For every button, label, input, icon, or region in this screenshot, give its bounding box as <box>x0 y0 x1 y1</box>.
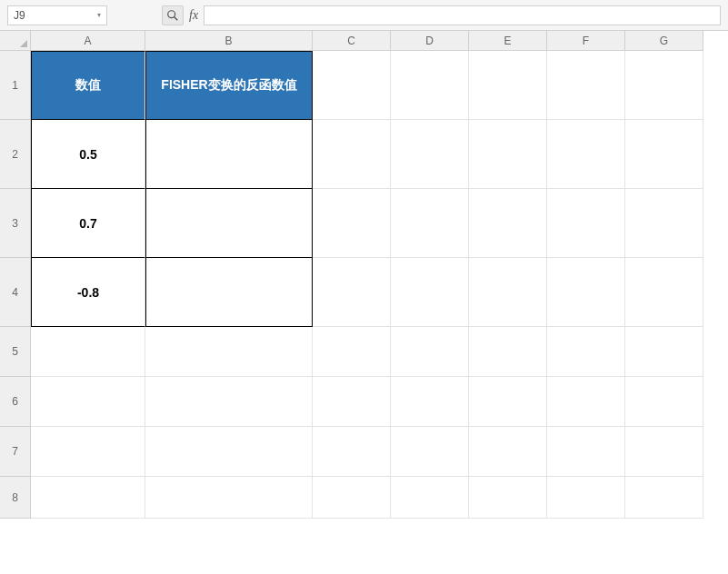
cell-C4[interactable] <box>313 258 391 327</box>
cell-E1[interactable] <box>469 51 547 120</box>
col-header-C[interactable]: C <box>313 31 391 51</box>
cell-G1[interactable] <box>625 51 703 120</box>
name-box-value: J9 <box>14 9 25 22</box>
cell-A7[interactable] <box>31 427 145 477</box>
cell-D1[interactable] <box>391 51 469 120</box>
cell-B3[interactable] <box>145 189 313 258</box>
col-header-B[interactable]: B <box>145 31 313 51</box>
cell-E3[interactable] <box>469 189 547 258</box>
row-header-4[interactable]: 4 <box>0 258 31 327</box>
chevron-down-icon[interactable]: ▾ <box>97 11 101 19</box>
cell-E8[interactable] <box>469 477 547 519</box>
cell-C2[interactable] <box>313 120 391 189</box>
name-box[interactable]: J9 ▾ <box>7 5 107 25</box>
cell-C1[interactable] <box>313 51 391 120</box>
cell-A5[interactable] <box>31 327 145 377</box>
cell-C7[interactable] <box>313 427 391 477</box>
cell-D2[interactable] <box>391 120 469 189</box>
cell-B2[interactable] <box>145 120 313 189</box>
formula-toolbar: J9 ▾ fx <box>0 0 728 31</box>
cell-F3[interactable] <box>547 189 625 258</box>
cell-G4[interactable] <box>625 258 703 327</box>
cell-B6[interactable] <box>145 377 313 427</box>
svg-point-0 <box>168 10 175 17</box>
row-header-6[interactable]: 6 <box>0 377 31 427</box>
col-header-D[interactable]: D <box>391 31 469 51</box>
column-headers: ABCDEFG <box>31 31 703 51</box>
cell-G2[interactable] <box>625 120 703 189</box>
cell-D5[interactable] <box>391 327 469 377</box>
col-header-E[interactable]: E <box>469 31 547 51</box>
cell-A3[interactable]: 0.7 <box>31 189 145 258</box>
cell-F2[interactable] <box>547 120 625 189</box>
cell-G5[interactable] <box>625 327 703 377</box>
cell-G8[interactable] <box>625 477 703 519</box>
cell-G7[interactable] <box>625 427 703 477</box>
cell-G3[interactable] <box>625 189 703 258</box>
spreadsheet-grid: ABCDEFG 12345678 数值FISHER变换的反函数值0.50.7-0… <box>0 31 728 574</box>
cell-B8[interactable] <box>145 477 313 519</box>
cell-D4[interactable] <box>391 258 469 327</box>
zoom-icon <box>166 9 179 22</box>
svg-line-1 <box>175 16 178 20</box>
cell-C5[interactable] <box>313 327 391 377</box>
cell-F7[interactable] <box>547 427 625 477</box>
row-headers: 12345678 <box>0 51 31 519</box>
cell-G6[interactable] <box>625 377 703 427</box>
row-header-5[interactable]: 5 <box>0 327 31 377</box>
cell-C3[interactable] <box>313 189 391 258</box>
row-header-3[interactable]: 3 <box>0 189 31 258</box>
cell-B5[interactable] <box>145 327 313 377</box>
cell-B4[interactable] <box>145 258 313 327</box>
fx-label[interactable]: fx <box>189 8 198 23</box>
col-header-A[interactable]: A <box>31 31 145 51</box>
cell-D6[interactable] <box>391 377 469 427</box>
cell-E7[interactable] <box>469 427 547 477</box>
zoom-button[interactable] <box>162 5 184 25</box>
cell-A1[interactable]: 数值 <box>31 51 145 120</box>
row-header-7[interactable]: 7 <box>0 427 31 477</box>
cell-D3[interactable] <box>391 189 469 258</box>
cell-E4[interactable] <box>469 258 547 327</box>
cell-F1[interactable] <box>547 51 625 120</box>
row-header-8[interactable]: 8 <box>0 477 31 519</box>
cell-A2[interactable]: 0.5 <box>31 120 145 189</box>
cell-E2[interactable] <box>469 120 547 189</box>
cell-C6[interactable] <box>313 377 391 427</box>
cell-D8[interactable] <box>391 477 469 519</box>
cell-F6[interactable] <box>547 377 625 427</box>
cell-B7[interactable] <box>145 427 313 477</box>
cell-E6[interactable] <box>469 377 547 427</box>
cell-A8[interactable] <box>31 477 145 519</box>
col-header-G[interactable]: G <box>625 31 703 51</box>
cell-E5[interactable] <box>469 327 547 377</box>
cell-C8[interactable] <box>313 477 391 519</box>
row-header-2[interactable]: 2 <box>0 120 31 189</box>
cell-F5[interactable] <box>547 327 625 377</box>
col-header-F[interactable]: F <box>547 31 625 51</box>
cell-F8[interactable] <box>547 477 625 519</box>
row-header-1[interactable]: 1 <box>0 51 31 120</box>
cell-area[interactable]: 数值FISHER变换的反函数值0.50.7-0.8 <box>31 51 703 519</box>
formula-input[interactable] <box>204 5 721 25</box>
cell-B1[interactable]: FISHER变换的反函数值 <box>145 51 313 120</box>
cell-A6[interactable] <box>31 377 145 427</box>
cell-F4[interactable] <box>547 258 625 327</box>
select-all-corner[interactable] <box>0 31 31 51</box>
cell-A4[interactable]: -0.8 <box>31 258 145 327</box>
cell-D7[interactable] <box>391 427 469 477</box>
